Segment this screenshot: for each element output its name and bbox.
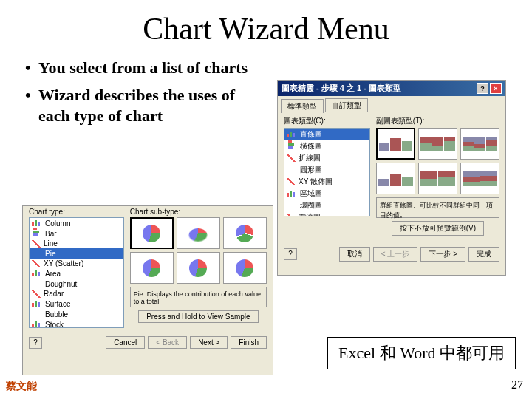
list-item[interactable]: 橫條圖 (284, 140, 369, 152)
preview-sample-button[interactable]: Press and Hold to View Sample (138, 310, 258, 323)
sub-type-option[interactable] (130, 217, 174, 249)
next-button[interactable]: 下一步 > (420, 247, 466, 262)
finish-button[interactable]: 完成 (468, 247, 499, 262)
close-icon[interactable]: × (490, 83, 502, 94)
list-item[interactable]: Area (30, 268, 123, 279)
sub-type-label: 副圖表類型(T): (376, 116, 499, 126)
titlebar[interactable]: 圖表精靈 - 步驟 4 之 1 - 圖表類型 ? × (278, 81, 505, 96)
list-item[interactable]: Bubble (30, 309, 123, 319)
chart-type-list[interactable]: Column Bar Line Pie XY (Scatter) Area Do… (29, 217, 124, 328)
list-item[interactable]: Doughnut (30, 279, 123, 289)
description-box: 群組直條圖。可比較不同群組中同一項目的值。 (376, 197, 499, 218)
back-button[interactable]: < 上一步 (373, 247, 418, 262)
sub-type-option[interactable] (177, 217, 220, 249)
bullet-list: You select from a list of charts Wizard … (22, 58, 259, 133)
description-box: Pie. Displays the contribution of each v… (130, 287, 267, 307)
list-item[interactable]: 雷達圖 (284, 211, 369, 216)
tab-standard[interactable]: 標準類型 (281, 99, 324, 113)
sub-type-option[interactable] (376, 128, 415, 160)
list-item[interactable]: 環圈圖 (284, 200, 369, 211)
help-button[interactable]: ? (284, 248, 297, 260)
sub-type-option[interactable] (177, 252, 220, 284)
sub-type-grid (130, 217, 267, 284)
cancel-button[interactable]: Cancel (106, 336, 145, 349)
author-name: 蔡文能 (6, 380, 37, 393)
slide-title: Chart Wizard Menu (22, 11, 510, 47)
page-number: 27 (511, 378, 523, 392)
list-item[interactable]: Column (30, 218, 123, 228)
dialog-title: 圖表精靈 - 步驟 4 之 1 - 圖表類型 (282, 83, 401, 94)
list-item[interactable]: Surface (30, 299, 123, 309)
sub-type-option[interactable] (418, 163, 457, 194)
sub-type-option[interactable] (460, 163, 499, 194)
sub-type-option[interactable] (376, 163, 415, 194)
bullet-item: Wizard describes the uses of each type o… (22, 85, 259, 127)
list-item[interactable]: Stock (30, 319, 123, 328)
finish-button[interactable]: Finish (231, 336, 267, 349)
chart-type-label: Chart type: (29, 208, 124, 216)
next-button[interactable]: Next > (190, 336, 228, 349)
sub-type-label: Chart sub-type: (130, 208, 267, 216)
sub-type-option[interactable] (130, 252, 174, 284)
preview-sample-button[interactable]: 按下不放可預覽範例(V) (392, 221, 484, 236)
list-item[interactable]: XY (Scatter) (30, 259, 123, 268)
back-button[interactable]: < Back (148, 336, 187, 349)
tab-custom[interactable]: 自訂類型 (325, 98, 368, 112)
list-item[interactable]: 直條圖 (284, 129, 369, 140)
sub-type-option[interactable] (223, 217, 267, 249)
list-item[interactable]: Pie (30, 248, 123, 259)
sub-type-option[interactable] (418, 128, 457, 160)
sub-type-grid (376, 128, 499, 194)
chart-wizard-dialog-en: Chart type: Column Bar Line Pie XY (Scat… (22, 205, 273, 375)
list-item[interactable]: 區域圖 (284, 188, 369, 200)
bullet-item: You select from a list of charts (22, 58, 259, 79)
chart-wizard-dialog-zh: 圖表精靈 - 步驟 4 之 1 - 圖表類型 ? × 標準類型 自訂類型 圖表類… (277, 80, 506, 276)
sub-type-option[interactable] (223, 252, 267, 284)
list-item[interactable]: 圓形圖 (284, 164, 369, 176)
chart-type-label: 圖表類型(C): (284, 116, 370, 126)
list-item[interactable]: Bar (30, 228, 123, 239)
list-item[interactable]: 折線圖 (284, 152, 369, 164)
sub-type-option[interactable] (460, 128, 499, 160)
cancel-button[interactable]: 取消 (339, 247, 370, 262)
chart-type-list[interactable]: 直條圖 橫條圖 折線圖 圓形圖 XY 散佈圖 區域圖 環圈圖 雷達圖 曲面圖 泡… (284, 128, 370, 216)
footer-note: Excel 和 Word 中都可用 (327, 337, 516, 369)
help-button[interactable]: ? (29, 337, 42, 349)
help-icon[interactable]: ? (477, 83, 488, 94)
list-item[interactable]: XY 散佈圖 (284, 176, 369, 188)
list-item[interactable]: Line (30, 239, 123, 248)
list-item[interactable]: Radar (30, 289, 123, 299)
